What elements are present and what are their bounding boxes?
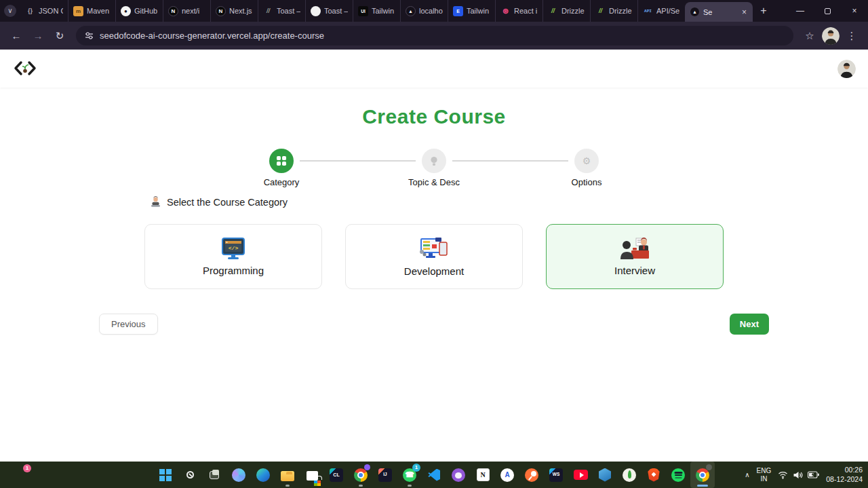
tab-13-api-se[interactable]: API API/Se <box>637 0 685 22</box>
tray-date: 08-12-2024 <box>826 475 863 483</box>
taskbar-spotify-icon[interactable] <box>666 462 690 488</box>
tab-10-react-i[interactable]: ⊛ React i <box>495 0 542 22</box>
tray-chevron-up-icon[interactable]: ∧ <box>745 471 749 478</box>
taskbar-youtube-icon[interactable] <box>568 462 593 488</box>
drizzle-favicon-icon: // <box>595 6 606 16</box>
taskbar-postman-icon[interactable] <box>519 462 544 488</box>
taskbar-orange-comma-icon[interactable]: 1 <box>12 466 30 484</box>
taskbar-clock[interactable]: 00:2608-12-2024 <box>826 466 863 483</box>
wizard-nav-buttons: Previous Next <box>99 314 769 335</box>
step-label: Topic & Desc <box>408 177 460 187</box>
minimize-button[interactable]: — <box>787 0 814 22</box>
taskbar-edge-icon[interactable] <box>251 462 275 488</box>
taskbar-chrome-active-icon[interactable] <box>690 462 715 488</box>
battery-charging-icon <box>808 471 819 478</box>
close-window-button[interactable]: × <box>841 0 868 22</box>
taskbar-search-icon[interactable] <box>178 462 202 488</box>
tab-11-drizzle[interactable]: // Drizzle <box>542 0 590 22</box>
taskbar-task-view-icon[interactable] <box>202 462 226 488</box>
tab-7-tailwin[interactable]: UI Tailwin <box>353 0 400 22</box>
step-topic-desc[interactable]: Topic & Desc <box>422 149 446 173</box>
taskbar-vscode-icon[interactable] <box>422 462 446 488</box>
tab-12-drizzle[interactable]: // Drizzle <box>590 0 637 22</box>
site-info-icon[interactable] <box>85 31 94 40</box>
address-bar[interactable]: seedofcode-ai-course-generator.vercel.ap… <box>76 26 793 45</box>
tab-6-toast-[interactable]: Toast – <box>305 0 353 22</box>
taskbar-apna-college-icon[interactable]: A <box>495 462 519 488</box>
tab-3-next-i[interactable]: N next/i <box>163 0 210 22</box>
new-tab-button[interactable]: + <box>753 0 774 22</box>
system-tray: ∧ ENGIN <box>745 462 863 488</box>
taskbar-clion-icon[interactable]: CL <box>324 462 349 488</box>
taskbar-file-explorer-icon[interactable] <box>275 462 300 488</box>
maximize-icon <box>825 8 831 14</box>
bookmark-star-icon[interactable]: ☆ <box>800 26 819 45</box>
language-indicator[interactable]: ENGIN <box>757 467 772 483</box>
browser-tab-strip: ∨ {} JSON C m Maven ● GitHub N next/i N … <box>0 0 868 22</box>
tab-1-maven[interactable]: m Maven <box>68 0 115 22</box>
svg-text:</>: </> <box>229 245 239 251</box>
taskbar-start-icon[interactable] <box>153 462 178 488</box>
browser-menu-icon[interactable]: ⋮ <box>842 26 861 45</box>
whatsapp-badge: 1 <box>412 464 420 472</box>
technologist-emoji-icon <box>150 196 161 208</box>
taskbar-intellij-idea-icon[interactable]: IJ <box>373 462 397 488</box>
back-button[interactable]: ← <box>7 26 26 45</box>
window-controls: — × <box>787 0 868 22</box>
forward-button[interactable]: → <box>28 26 47 45</box>
tab-2-github[interactable]: ● GitHub <box>115 0 163 22</box>
tab-5-toast-[interactable]: // Toast – <box>258 0 305 22</box>
nextjs-favicon-icon: N <box>168 6 178 16</box>
taskbar-brave-icon[interactable] <box>642 462 666 488</box>
page-title: Create Course <box>0 105 868 128</box>
site-header <box>0 50 868 88</box>
user-avatar[interactable] <box>837 60 856 78</box>
json-favicon-icon: {} <box>25 6 35 16</box>
category-grid-icon <box>269 149 294 173</box>
tray-status-icons[interactable] <box>778 471 819 479</box>
browser-toolbar: ← → ↻ seedofcode-ai-course-generator.ver… <box>0 22 868 50</box>
maximize-button[interactable] <box>814 0 841 22</box>
category-card-interview[interactable]: Interview <box>546 224 724 289</box>
wifi-icon <box>778 471 788 479</box>
drizzle-favicon-icon: // <box>548 6 558 16</box>
taskbar-webstorm-icon[interactable]: WS <box>544 462 568 488</box>
stepper: Category Topic & Desc ⚙ Options <box>269 149 599 173</box>
select-category-label: Select the Course Category <box>167 197 288 208</box>
next-button[interactable]: Next <box>730 314 769 335</box>
tab-14-se[interactable]: ▲ Se × <box>685 2 753 22</box>
category-card-programming[interactable]: </> Programming <box>144 224 322 289</box>
tab-4-next-js[interactable]: N Next.js <box>210 0 258 22</box>
reload-button[interactable]: ↻ <box>50 26 69 45</box>
tab-0-json-c[interactable]: {} JSON C <box>20 0 68 22</box>
card-label: Programming <box>203 265 264 276</box>
tab-8-localho[interactable]: ▲ localho <box>400 0 448 22</box>
step-category[interactable]: Category <box>269 149 294 173</box>
category-card-development[interactable]: Development <box>345 224 523 289</box>
volume-icon <box>793 471 803 479</box>
browser-profile-avatar[interactable] <box>822 27 840 45</box>
tab-search-button[interactable]: ∨ <box>0 0 20 22</box>
taskbar-notion-icon[interactable]: N <box>471 462 495 488</box>
previous-button[interactable]: Previous <box>99 314 158 335</box>
step-connector <box>300 160 416 162</box>
tab-close-icon[interactable]: × <box>741 7 748 17</box>
taskbar-copilot-icon[interactable] <box>226 462 251 488</box>
step-label: Category <box>264 177 300 187</box>
seedofcode-logo-icon[interactable] <box>12 60 38 77</box>
taskbar-github-desktop-icon[interactable] <box>446 462 471 488</box>
taskbar-whatsapp-icon[interactable]: ☎1 <box>397 462 422 488</box>
chrome-active-dot-badge <box>706 464 712 470</box>
notification-badge: 1 <box>23 464 31 472</box>
step-options[interactable]: ⚙ Options <box>574 149 599 173</box>
taskbar-mongodb-icon[interactable] <box>617 462 642 488</box>
step-label: Options <box>572 177 602 187</box>
tab-9-tailwin[interactable]: E Tailwin <box>448 0 495 22</box>
page-content: Create Course Category Topic & Desc ⚙ Op… <box>0 50 868 462</box>
gear-icon: ⚙ <box>574 149 599 173</box>
taskbar-microsoft-store-icon[interactable] <box>300 462 324 488</box>
toast-favicon-icon <box>311 6 321 16</box>
taskbar-icons: CLIJ☎1NAWS <box>153 462 715 488</box>
taskbar-hexagon-app-icon[interactable] <box>593 462 617 488</box>
taskbar-chrome-icon[interactable] <box>349 462 373 488</box>
